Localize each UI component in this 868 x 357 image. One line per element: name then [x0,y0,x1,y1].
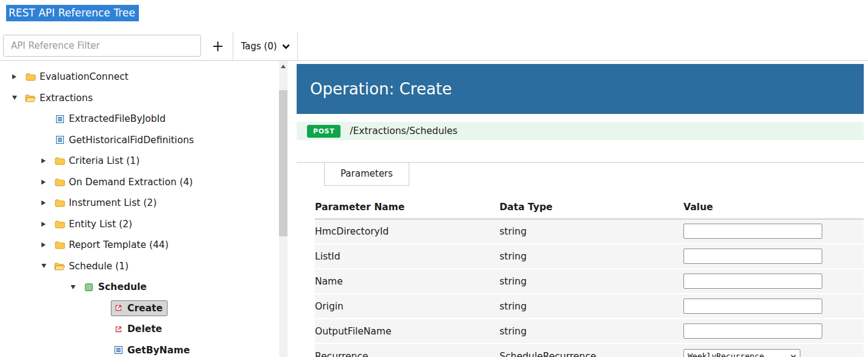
endpoint-row: POST /Extractions/Schedules [297,122,864,140]
endpoint-path: /Extractions/Schedules [350,125,457,136]
tree-row: ExtractedFileByJobId [0,108,279,130]
expand-icon[interactable] [41,180,52,185]
collapse-icon[interactable] [41,264,52,268]
param-row: RecurrenceScheduleRecurrenceWeeklyRecurr… [315,344,864,357]
tree-item-label: Entity List (2) [69,219,132,230]
param-type: string [499,301,683,312]
tree-row: Schedule [0,277,279,298]
plus-icon: + [211,38,224,55]
tree-row: On Demand Extraction (4) [0,172,279,193]
tree-item-label: GetHistoricalFidDefinitions [69,135,194,146]
param-type: string [499,326,683,337]
scrollbar-thumb[interactable] [279,90,288,236]
open-folder-icon [25,93,36,102]
param-name: HmcDirectoryId [315,226,499,237]
tree-row: Extractions [0,88,279,109]
param-value-input[interactable] [683,224,822,239]
tree-row: Delete [0,319,279,340]
get-operation-icon [54,135,65,144]
folder-icon [54,219,65,228]
param-name: ListId [315,251,499,262]
tree-row: Criteria List (1) [0,150,279,172]
param-row: ListIdstring [315,244,864,269]
param-value-input[interactable] [683,299,822,314]
param-value-input[interactable] [683,323,822,339]
param-type: string [499,276,683,287]
expand-icon[interactable] [41,222,52,227]
param-value-input[interactable] [683,274,822,289]
param-value-cell [683,323,864,339]
param-type: ScheduleRecurrence [499,351,683,357]
expand-icon[interactable] [12,74,23,79]
tree-item-label: Criteria List (1) [69,155,139,166]
param-row: HmcDirectoryIdstring [315,219,864,244]
expand-icon[interactable] [41,158,52,163]
folder-icon [54,241,65,250]
tree-row: Entity List (2) [0,214,279,235]
expand-icon[interactable] [41,242,52,247]
param-name: Name [315,276,499,287]
expand-icon[interactable] [41,200,52,205]
http-method-badge: POST [307,125,340,138]
tree-item-label: Schedule [98,281,147,292]
param-type: string [499,251,683,262]
tree-item-label: Instrument List (2) [69,197,157,208]
tree-row: Schedule (1) [0,256,279,277]
param-value-select[interactable]: WeeklyRecurrence [683,349,800,357]
tree-row: Create [0,298,279,319]
tree-item[interactable]: ExtractedFileByJobId [52,111,171,127]
param-name: Origin [315,301,499,312]
tree-row: GetByName [0,340,279,357]
tree-item[interactable]: Delete [111,321,167,337]
tree-item-label: Schedule (1) [69,261,129,272]
tree-item[interactable]: Criteria List (1) [52,153,144,169]
tree-item[interactable]: Entity List (2) [52,216,137,232]
tree-item[interactable]: EvaluationConnect [23,69,133,85]
param-row: OutputFileNamestring [315,319,864,344]
operation-header: Operation: Create [297,64,864,114]
tab-parameters[interactable]: Parameters [324,163,409,186]
folder-icon [54,199,65,208]
tree-item[interactable]: Create [111,300,168,316]
operation-panel: Operation: Create POST /Extractions/Sche… [297,61,864,357]
tags-dropdown-button[interactable]: Tags (0) [233,32,298,60]
tree-item[interactable]: Schedule [82,279,152,295]
add-button[interactable]: + [203,32,233,60]
collapse-icon[interactable] [71,285,82,289]
param-value-cell [683,249,864,264]
param-value-input[interactable] [683,249,822,264]
write-operation-icon [113,303,124,313]
param-value-cell: WeeklyRecurrence [683,349,864,357]
param-value-cell [683,224,864,239]
page-title: REST API Reference Tree [6,5,139,21]
tree-item[interactable]: Extractions [23,90,97,106]
tree-item[interactable]: GetHistoricalFidDefinitions [52,132,199,148]
tree-item[interactable]: GetByName [111,342,195,357]
tree-item-label: GetByName [127,345,190,356]
tree-row: Report Template (44) [0,235,279,256]
api-reference-filter-input[interactable] [3,35,201,57]
write-operation-icon [113,325,124,334]
param-value-cell [683,299,864,314]
tree-item-label: Delete [127,323,162,334]
tree-row: Instrument List (2) [0,193,279,214]
tree-item-label: EvaluationConnect [40,71,129,82]
collapse-icon[interactable] [12,96,23,100]
tree-item-label: Create [127,303,163,314]
tree-item[interactable]: Instrument List (2) [52,195,161,211]
tree-item[interactable]: Report Template (44) [52,237,174,253]
param-name: OutputFileName [315,326,499,337]
param-name: Recurrence [315,351,499,357]
tree-item[interactable]: Schedule (1) [52,258,133,274]
tree-item-label: Extractions [40,93,93,104]
param-row: Originstring [315,294,864,319]
tree-item-label: ExtractedFileByJobId [69,113,166,124]
param-type: string [499,226,683,237]
get-operation-icon [113,345,124,355]
open-folder-icon [54,261,65,270]
tree-item-label: Report Template (44) [69,239,169,250]
folder-icon [54,157,65,166]
api-reference-tree: EvaluationConnectExtractionsExtractedFil… [0,61,279,357]
tree-item[interactable]: On Demand Extraction (4) [52,174,198,190]
scroll-up-button[interactable] [279,61,288,71]
